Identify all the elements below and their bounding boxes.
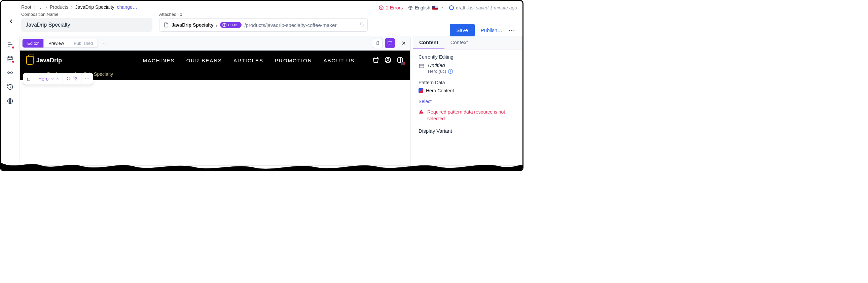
breadcrumb-ellipsis[interactable]: … [38,4,43,10]
publish-button[interactable]: Publish… [481,27,502,33]
rail-data-icon[interactable] [6,55,14,63]
more-actions-button[interactable]: ⋯ [508,26,516,34]
svg-rect-20 [421,111,421,112]
pattern-error: Required pattern data resource is not se… [418,109,517,122]
currently-editing-label: Currently Editing [418,54,517,60]
rail-code-icon[interactable] [6,69,14,77]
breadcrumb-current: JavaDrip Specialty [75,4,114,10]
rail-structure-icon[interactable] [6,40,14,49]
svg-point-15 [67,77,70,80]
globe-icon [222,23,227,27]
chevron-down-icon[interactable] [51,77,55,81]
svg-rect-19 [419,64,424,68]
draft-dot-icon [449,5,454,10]
view-mode-tabs: Editor Preview Published [22,39,98,48]
breadcrumb-root[interactable]: Root [21,4,31,10]
nav-about-us[interactable]: ABOUT US [324,58,354,63]
close-canvas-button[interactable] [400,39,408,47]
locale-icon[interactable] [396,56,404,65]
tab-editor[interactable]: Editor [23,39,43,48]
nav-machines[interactable]: MACHINES [143,58,175,63]
svg-point-13 [387,58,389,60]
target-icon[interactable] [66,76,71,82]
nav-our-beans[interactable]: OUR BEANS [186,58,222,63]
chevron-down-icon [440,6,444,10]
document-icon [163,22,169,28]
tab-content[interactable]: Content [413,36,444,49]
editing-subtitle: Hero (uc) i [428,69,453,74]
mobile-icon [375,40,380,46]
component-toolbar: Hero ⋯ [23,73,93,85]
last-saved-text: last saved 1 minute ago [467,5,517,10]
pattern-cube-icon [418,88,423,93]
chevron-up-icon[interactable] [55,77,59,81]
torn-edge-decoration [1,159,524,171]
composition-name-label: Composition Name [21,12,152,17]
site-header: JavaDrip MACHINES OUR BEANS ARTICLES PRO… [20,51,410,70]
tab-context[interactable]: Context [444,36,474,49]
save-button[interactable]: Save [450,24,475,36]
breadcrumb-products[interactable]: Products [50,4,68,10]
svg-point-6 [9,73,10,73]
attached-to-field[interactable]: JavaDrip Specialty / en-us /products/jav… [159,18,368,32]
flag-icon [401,62,405,65]
display-variant-label: Display Variant [418,128,517,134]
attached-name: JavaDrip Specialty [172,22,214,28]
nav-promotion[interactable]: PROMOTION [275,58,312,63]
site-nav: MACHINES OUR BEANS ARTICLES PROMOTION AB… [143,58,354,63]
toolbar-component-label[interactable]: Hero [38,76,49,82]
info-icon[interactable]: i [448,69,453,74]
svg-rect-11 [388,41,392,44]
svg-rect-1 [361,24,363,26]
tab-preview[interactable]: Preview [44,39,69,48]
toolbar-up-button[interactable] [23,73,35,85]
errors-indicator[interactable]: 2 Errors [378,5,403,10]
svg-point-10 [377,44,378,45]
error-badge-icon [11,46,15,49]
pattern-entry[interactable]: Hero Content [418,88,517,93]
flag-icon [432,6,438,10]
locale-pill: en-us [220,22,242,28]
rail-history-icon[interactable] [6,83,14,91]
left-rail [1,36,19,166]
tab-published[interactable]: Published [69,39,98,48]
toolbar-more-icon[interactable]: ⋯ [101,40,106,46]
svg-point-7 [10,73,11,73]
toolbar-more-button[interactable]: ⋯ [82,73,93,85]
select-link[interactable]: Select [418,99,432,104]
cart-icon[interactable] [372,56,379,65]
nav-articles[interactable]: ARTICLES [234,58,264,63]
pattern-data-label: Pattern Data [418,80,517,85]
error-badge-icon [11,60,15,63]
rail-globe-icon[interactable] [6,97,14,105]
svg-rect-17 [74,77,75,78]
svg-point-16 [68,78,70,79]
attached-path: /products/javadrip-specialty-coffee-make… [244,22,336,28]
svg-rect-18 [76,79,78,80]
device-mobile-button[interactable] [373,38,383,48]
breadcrumb-change-link[interactable]: change… [117,4,137,10]
svg-point-4 [8,56,12,58]
composition-name-input[interactable] [21,18,152,32]
editing-title: Untitled [428,62,453,68]
desktop-icon [387,40,393,46]
site-logo[interactable]: JavaDrip [26,56,62,65]
language-switcher[interactable]: English [408,5,444,10]
breadcrumb: Root › … › Products › JavaDrip Specialty… [21,4,374,10]
draft-status: draft last saved 1 minute ago [449,5,517,10]
tree-icon[interactable] [73,76,78,82]
globe-icon [408,5,413,10]
device-desktop-button[interactable] [385,38,395,48]
attached-to-label: Attached To [159,12,368,17]
logo-icon [26,56,34,65]
component-icon [418,63,425,70]
svg-rect-21 [421,113,421,113]
editing-more-button[interactable]: ⋯ [512,62,517,68]
account-icon[interactable] [384,56,392,65]
copy-icon[interactable] [359,22,364,28]
warning-icon [418,109,424,114]
error-icon [378,5,384,10]
back-button[interactable] [5,15,17,27]
